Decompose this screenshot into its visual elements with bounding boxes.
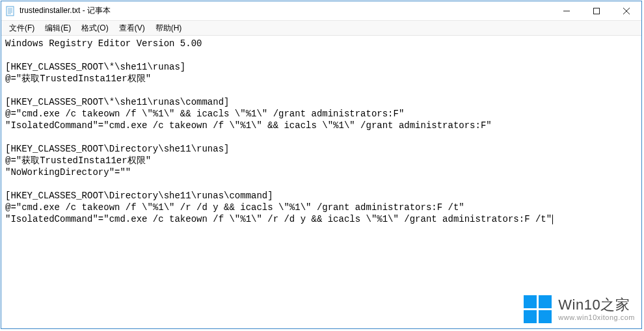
menu-edit[interactable]: 编辑(E) xyxy=(40,21,76,35)
editor-line: [HKEY_CLASSES_ROOT\Directory\she11\runas… xyxy=(5,144,229,154)
editor-line: Windows Registry Editor Version 5.00 xyxy=(5,38,202,49)
text-editor[interactable]: Windows Registry Editor Version 5.00 [HK… xyxy=(3,36,640,327)
editor-line: @="获取TrustedInsta11er权限" xyxy=(5,155,151,166)
editor-line: "IsolatedCommand"="cmd.exe /c takeown /f… xyxy=(5,120,492,131)
close-button[interactable] xyxy=(611,1,641,20)
menu-help[interactable]: 帮助(H) xyxy=(150,21,187,35)
editor-line: @="cmd.exe /c takeown /f \"%1\" && icacl… xyxy=(5,109,404,119)
menu-format[interactable]: 格式(O) xyxy=(76,21,113,35)
editor-line: [HKEY_CLASSES_ROOT\Directory\she11\runas… xyxy=(5,191,273,201)
titlebar-left: trustedinstaller.txt - 记事本 xyxy=(1,5,111,16)
menubar: 文件(F) 编辑(E) 格式(O) 查看(V) 帮助(H) xyxy=(1,21,641,36)
menu-view[interactable]: 查看(V) xyxy=(114,21,150,35)
notepad-icon xyxy=(5,6,16,16)
minimize-button[interactable] xyxy=(552,1,582,20)
maximize-button[interactable] xyxy=(582,1,611,20)
editor-line: [HKEY_CLASSES_ROOT\*\she11\runas] xyxy=(5,62,185,72)
editor-line: [HKEY_CLASSES_ROOT\*\she11\runas\command… xyxy=(5,97,229,107)
text-caret xyxy=(552,215,553,224)
editor-line: "NoWorkingDirectory"="" xyxy=(5,167,131,178)
window-controls xyxy=(552,1,641,20)
editor-line: @="获取TrustedInsta11er权限" xyxy=(5,73,151,84)
titlebar: trustedinstaller.txt - 记事本 xyxy=(1,1,641,21)
notepad-window: trustedinstaller.txt - 记事本 文件(F) 编辑(E) 格… xyxy=(1,1,642,329)
menu-file[interactable]: 文件(F) xyxy=(4,21,40,35)
editor-line: @="cmd.exe /c takeown /f \"%1\" /r /d y … xyxy=(5,202,464,213)
svg-rect-7 xyxy=(594,8,600,14)
window-title: trustedinstaller.txt - 记事本 xyxy=(20,5,111,16)
editor-line: "IsolatedCommand"="cmd.exe /c takeown /f… xyxy=(5,214,552,224)
